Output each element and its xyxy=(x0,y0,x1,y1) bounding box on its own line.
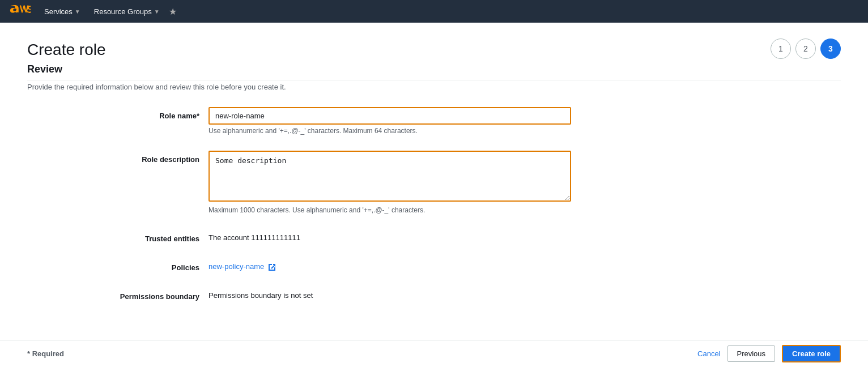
page-title: Create role xyxy=(27,41,841,59)
required-note: * Required xyxy=(27,349,64,358)
role-description-hint: Maximum 1000 characters. Use alphanumeri… xyxy=(209,206,571,214)
step-indicators: 1 2 3 xyxy=(771,39,841,59)
role-name-row: Role name* Use alphanumeric and '+=,.@-_… xyxy=(27,107,841,135)
policy-link[interactable]: new-policy-name xyxy=(209,262,275,271)
step-2[interactable]: 2 xyxy=(795,39,816,59)
permissions-boundary-value: Permissions boundary is not set xyxy=(209,288,571,300)
trusted-entities-row: Trusted entities The account 11111111111… xyxy=(27,230,841,243)
resource-groups-label: Resource Groups xyxy=(94,7,152,16)
section-title: Review xyxy=(27,63,841,80)
resource-groups-chevron-icon: ▼ xyxy=(154,8,160,15)
step-3[interactable]: 3 xyxy=(820,39,841,59)
permissions-boundary-label: Permissions boundary xyxy=(27,288,209,301)
services-chevron-icon: ▼ xyxy=(75,8,80,15)
role-name-control: Use alphanumeric and '+=,.@-_' character… xyxy=(209,107,571,135)
section-subtitle: Provide the required information below a… xyxy=(27,83,841,91)
policies-label: Policies xyxy=(27,259,209,272)
cancel-button[interactable]: Cancel xyxy=(697,349,720,358)
role-name-label: Role name* xyxy=(27,107,209,120)
external-link-icon xyxy=(269,264,275,271)
policies-row: Policies new-policy-name xyxy=(27,259,841,272)
main-content: 1 2 3 Create role Review Provide the req… xyxy=(0,23,868,367)
role-description-row: Role description Some description Maximu… xyxy=(27,151,841,214)
role-name-input[interactable] xyxy=(209,107,571,125)
permissions-boundary-row: Permissions boundary Permissions boundar… xyxy=(27,288,841,301)
services-label: Services xyxy=(44,7,73,16)
role-description-label: Role description xyxy=(27,151,209,164)
review-section: Review Provide the required information … xyxy=(27,63,841,91)
previous-button[interactable]: Previous xyxy=(727,345,776,362)
trusted-entities-value: The account 111111111111 xyxy=(209,230,571,242)
footer-actions: Cancel Previous Create role xyxy=(697,345,841,362)
create-role-button[interactable]: Create role xyxy=(782,345,841,362)
role-name-hint: Use alphanumeric and '+=,.@-_' character… xyxy=(209,127,571,135)
trusted-entities-label: Trusted entities xyxy=(27,230,209,243)
aws-logo[interactable] xyxy=(9,5,31,18)
resource-groups-menu[interactable]: Resource Groups ▼ xyxy=(90,7,164,16)
services-menu[interactable]: Services ▼ xyxy=(40,7,85,16)
favorites-icon[interactable]: ★ xyxy=(169,6,177,17)
top-navbar: Services ▼ Resource Groups ▼ ★ xyxy=(0,0,868,23)
role-description-control: Some description Maximum 1000 characters… xyxy=(209,151,571,214)
role-description-textarea[interactable]: Some description xyxy=(209,151,571,202)
policies-value: new-policy-name xyxy=(209,259,571,271)
form-section: Role name* Use alphanumeric and '+=,.@-_… xyxy=(27,107,841,301)
step-1[interactable]: 1 xyxy=(771,39,791,59)
page-footer: * Required Cancel Previous Create role xyxy=(0,340,868,367)
